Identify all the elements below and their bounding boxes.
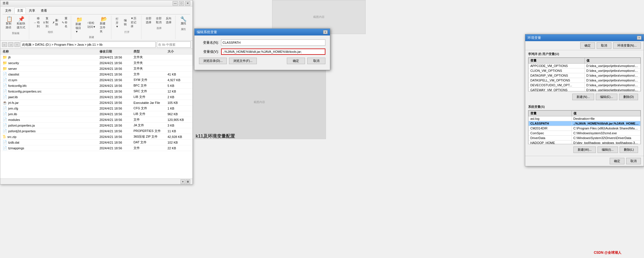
new-item-button[interactable]: 📁 新建项目▼ (74, 16, 85, 34)
search-input[interactable] (157, 41, 191, 48)
open-button[interactable]: 打开▼ (114, 16, 122, 29)
tab-home[interactable]: 主页 (14, 8, 26, 14)
copy-to-button[interactable]: ⎘ 复制到 (42, 16, 50, 29)
delete-user-var-button[interactable]: 删除(D) (619, 94, 638, 100)
env-close-button[interactable]: × (637, 36, 641, 40)
up-button[interactable]: ↑ (14, 42, 20, 47)
table-row[interactable]: 📄 fontconfig.bfc 2024/4/21 18:56 BFC 文件 … (0, 83, 192, 89)
open-label: 打开▼ (116, 17, 120, 28)
table-row[interactable]: 📄 psfontj2d.properties 2024/4/21 18:56 P… (0, 128, 192, 134)
sys-var-value-cell: C:\Windows\System32\Drivers\DriverData (571, 136, 640, 140)
new-folder-button[interactable]: 📂 新建文件夹 (98, 16, 109, 34)
sys-col-var: 变量 (529, 111, 572, 116)
open-btns: 打开▼ 编辑 ▼历史记录 (114, 16, 139, 29)
list-item[interactable]: APPCODE_VM_OPTIONSD:\idea_use\jiepo\jetb… (529, 64, 641, 68)
list-item[interactable]: ComSpecC:\Windows\system32\cmd.exe (529, 131, 641, 136)
file-name-text: jfr (8, 56, 11, 59)
sys-vars-table-wrapper[interactable]: 变量 值 asl.logDestination=fileCLASSPATH.;%… (528, 110, 641, 144)
dialog-close-button[interactable]: × (323, 30, 328, 34)
delete-sys-var-button[interactable]: 删除(L) (620, 146, 638, 153)
minimize-button[interactable]: — (173, 1, 178, 6)
var-value-input[interactable] (221, 49, 325, 55)
table-row[interactable]: 📄 tzdb.dat 2024/4/21 18:56 DAT 文件 102 KB (0, 140, 192, 145)
table-row[interactable]: 📁 server 2024/4/21 18:56 文件夹 (0, 66, 192, 72)
tab-file[interactable]: 文件 (3, 8, 14, 14)
history-button[interactable]: ▼历史记录 (129, 16, 140, 29)
invert-select-button[interactable]: 反向选择 (164, 16, 173, 25)
file-name-cell: 🗜 src.zip (3, 135, 99, 139)
back-button[interactable]: ← (2, 42, 7, 47)
select-btns: 全部选择 全部取消 反向选择 (144, 16, 173, 25)
env-ok-button[interactable]: 确定 (610, 158, 624, 164)
sys-cancel-button[interactable]: 取消 (597, 42, 611, 49)
file-size: 41 KB (168, 73, 190, 76)
copy-path-button[interactable]: 📋 复制路径 (4, 16, 14, 30)
tab-share[interactable]: 共享 (26, 8, 38, 14)
file-name-cell: 📄 modules (3, 118, 99, 122)
maximize-button[interactable]: □ (179, 1, 184, 6)
file-date: 2024/4/21 18:56 (99, 146, 134, 150)
file-name-text: jrt-fs.jar (8, 101, 19, 104)
table-row[interactable]: 📁 jfr 2024/4/21 18:56 文件夹 (0, 54, 192, 60)
table-row[interactable]: 📁 security 2024/4/21 18:56 文件夹 (0, 60, 192, 66)
dialog-ok-button[interactable]: 确定 (287, 58, 305, 64)
list-item[interactable]: GATEWAY_VM_OPTIONSD:\idea_use\jiepo\jetb… (529, 88, 641, 92)
move-to-button[interactable]: → 移动到 (32, 16, 41, 29)
delete-button[interactable]: ✗ 删除 (51, 18, 60, 27)
col-size[interactable]: 大小 (168, 49, 190, 54)
forward-button[interactable]: → (8, 42, 13, 47)
list-item[interactable]: CLION_VM_OPTIONSD:\idea_use\jiepo\jetbra… (529, 68, 641, 73)
list-item[interactable]: DATAGRIP_VM_OPTIONSD:\idea_use\jiepo\jet… (529, 73, 641, 78)
table-row[interactable]: 📄 jvm.cfg 2024/4/21 18:56 CFG 文件 1 KB (0, 106, 192, 111)
file-date: 2024/4/21 18:56 (99, 135, 134, 139)
file-size: 42,928 KB (168, 135, 190, 139)
list-item[interactable]: DEVECOSTUDIO_VM_OPT...D:\idea_use\jiepo\… (529, 83, 641, 88)
table-row[interactable]: 🗜 src.zip 2024/4/21 18:56 360压缩 ZIP 文件 4… (0, 134, 192, 140)
edit-button[interactable]: 编辑 (122, 18, 128, 27)
user-vars-table-wrapper[interactable]: 变量 值 APPCODE_VM_OPTIONSD:\idea_use\jiepo… (528, 57, 641, 91)
list-item[interactable]: CLASSPATH.;%JAVA_HOME%\lib\dt.jar;%JAVA_… (529, 121, 641, 126)
properties-button[interactable]: 🔧 属性 (178, 16, 188, 26)
table-row[interactable]: 📄 fontconfig.properties.src 2024/4/21 18… (0, 89, 192, 94)
rename-button[interactable]: ✎ 重命名 (60, 16, 69, 29)
list-view-button[interactable]: ≡ (181, 179, 185, 184)
table-row[interactable]: 📄 tzmappings 2024/4/21 18:56 文件 22 KB (0, 145, 192, 151)
grid-view-button[interactable]: ⊞ (186, 179, 190, 184)
table-row[interactable]: ☕ jrt-fs.jar 2024/4/21 18:56 Executable … (0, 100, 192, 106)
table-row[interactable]: 📄 jawt.lib 2024/4/21 18:56 LIB 文件 2 KB (0, 94, 192, 100)
var-name-cell: DEVECOSTUDIO_VM_OPT... (529, 83, 585, 88)
var-name-input[interactable] (221, 39, 325, 46)
col-type[interactable]: 类型 (134, 49, 168, 54)
list-item[interactable]: CM2014DIRC:\Program Files (x86)\Autodesk… (529, 126, 641, 131)
dialog-cancel-button[interactable]: 取消 (307, 58, 325, 64)
browse-file-button[interactable]: 浏览文件(F)... (229, 58, 257, 64)
edit-user-var-button[interactable]: 编辑(E)... (596, 94, 617, 100)
close-button[interactable]: ✕ (185, 1, 190, 6)
edit-sys-var-button[interactable]: 编辑(I)... (598, 146, 618, 153)
new-user-var-button[interactable]: 新建(N)... (572, 94, 594, 100)
table-row[interactable]: 📄 ct.sym 2024/4/21 18:56 SYM 文件 4,927 KB (0, 77, 192, 83)
easy-access-button[interactable]: ↑轻松访问▼ (86, 20, 98, 30)
new-sys-var-button[interactable]: 新建(W)... (573, 146, 596, 153)
env-vars-button[interactable]: 环境变量(N)... (613, 42, 641, 49)
select-none-button[interactable]: 全部取消 (154, 16, 164, 25)
col-name[interactable]: 名称 (3, 49, 99, 54)
select-all-button[interactable]: 全部选择 (144, 16, 153, 25)
properties-label: 属性 (181, 22, 186, 26)
col-date[interactable]: 修改日期 (99, 49, 134, 54)
browse-dir-button[interactable]: 浏览目录(D)... (199, 58, 227, 64)
list-item[interactable]: HADOOP_HOMED:\dev_tool\hadoop_windows_to… (529, 140, 641, 144)
table-row[interactable]: 📄 classlist 2024/4/21 18:56 文件 41 KB (0, 72, 192, 77)
sys-ok-button[interactable]: 确定 (580, 42, 595, 49)
env-cancel-button[interactable]: 取消 (626, 158, 641, 164)
tab-view[interactable]: 查看 (38, 8, 50, 14)
table-row[interactable]: 📄 psfont.properties.ja 2024/4/21 18:56 J… (0, 123, 192, 128)
browse-row: 浏览目录(D)... 浏览文件(F)... 确定 取消 (199, 58, 325, 64)
table-row[interactable]: 📄 jvm.lib 2024/4/21 18:56 LIB 文件 962 KB (0, 111, 192, 117)
table-row[interactable]: 📄 modules 2024/4/21 18:56 文件 120,905 KB (0, 117, 192, 123)
list-item[interactable]: DATASPELL_VM_OPTIONSD:\idea_use\jiepo\je… (529, 78, 641, 83)
list-item[interactable]: DriverDataC:\Windows\System32\Drivers\Dr… (529, 136, 641, 140)
address-input[interactable] (21, 41, 156, 48)
list-item[interactable]: asl.logDestination=file (529, 116, 641, 121)
paste-shortcut-button[interactable]: 📌 粘贴快捷方式 (15, 16, 27, 30)
